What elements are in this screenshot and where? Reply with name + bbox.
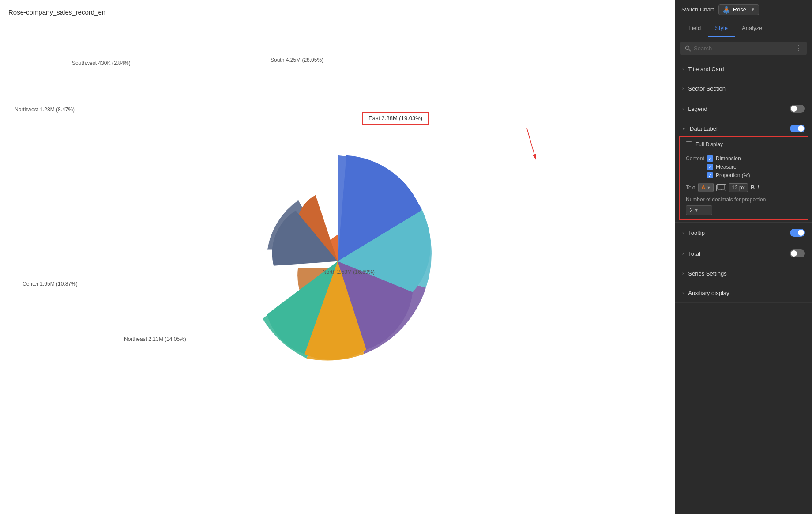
tooltip-label: Tooltip [688, 230, 790, 236]
section-series-settings[interactable]: › Series Settings [675, 264, 812, 283]
rose-chart [210, 133, 466, 391]
top-bar: Switch Chart Rose ▼ [675, 0, 812, 19]
section-legend[interactable]: › Legend [675, 98, 812, 119]
svg-point-3 [725, 6, 727, 9]
auxiliary-display-label: Auxiliary display [688, 290, 805, 296]
decimals-value: 2 [690, 207, 693, 213]
content-row: Content ✓ Dimension ✓ Measure ✓ Proporti… [680, 154, 808, 180]
decimals-dropdown-arrow: ▼ [695, 208, 699, 212]
font-size-display: 12 px [729, 183, 748, 192]
full-display-row: Full Display [680, 137, 808, 150]
svg-line-1 [527, 128, 536, 159]
text-label: Text [686, 185, 695, 191]
search-bar: ⋮ [680, 42, 807, 55]
data-label-panel: Full Display Content ✓ Dimension ✓ Measu… [679, 136, 808, 220]
label-south: South 4.25M (28.05%) [271, 57, 323, 63]
content-checkboxes: ✓ Dimension ✓ Measure ✓ Proportion (%) [707, 155, 750, 178]
decimals-select[interactable]: 2 ▼ [686, 205, 712, 215]
sector-label: Sector Section [688, 85, 805, 92]
tab-field[interactable]: Field [681, 19, 708, 37]
data-label-toggle[interactable] [790, 125, 805, 132]
legend-toggle[interactable] [790, 105, 805, 113]
label-north: North 2.53M (16.69%) [323, 269, 375, 275]
chart-type-name: Rose [733, 6, 746, 13]
tabs: Field Style Analyze [675, 19, 812, 37]
tooltip-toggle[interactable] [790, 229, 805, 237]
label-southwest: Southwest 430K (2.84%) [72, 60, 131, 66]
chevron-right-icon: › [682, 271, 684, 276]
measure-checkbox-row: ✓ Measure [707, 164, 750, 170]
label-northeast: Northeast 2.13M (14.05%) [124, 336, 186, 342]
chevron-right-icon: › [682, 251, 684, 256]
svg-point-7 [686, 46, 689, 49]
annotation-arrow [492, 124, 545, 177]
font-dropdown-arrow: ▼ [707, 185, 710, 190]
section-title-card[interactable]: › Title and Card [675, 60, 812, 79]
dimension-checkbox-row: ✓ Dimension [707, 155, 750, 162]
proportion-label: Proportion (%) [716, 172, 750, 178]
chevron-down-icon: ∨ [682, 126, 685, 131]
tab-style[interactable]: Style [708, 19, 735, 37]
decimals-label: Number of decimals for proportion [686, 197, 801, 203]
search-input[interactable] [694, 45, 793, 52]
data-label-label: Data Label [690, 125, 790, 132]
label-northwest: Northwest 1.28M (8.47%) [15, 106, 75, 113]
switch-chart-label: Switch Chart [681, 6, 714, 13]
svg-line-8 [689, 49, 691, 51]
proportion-checkbox-row: ✓ Proportion (%) [707, 172, 750, 178]
monitor-icon-svg [717, 185, 725, 190]
text-row: Text A ▼ 12 px B I [680, 180, 808, 195]
series-settings-label: Series Settings [688, 270, 805, 277]
chevron-right-icon: › [682, 67, 684, 72]
decimals-row: Number of decimals for proportion 2 ▼ [680, 195, 808, 219]
content-label: Content [686, 155, 704, 162]
chevron-right-icon: › [682, 106, 684, 111]
full-display-checkbox[interactable] [686, 141, 692, 147]
font-color-button[interactable]: A ▼ [698, 183, 714, 192]
tab-analyze[interactable]: Analyze [735, 19, 769, 37]
section-data-label[interactable]: ∨ Data Label [675, 119, 812, 136]
chart-title: Rose-company_sales_record_en [8, 8, 105, 16]
legend-label: Legend [688, 106, 790, 112]
full-display-label: Full Display [695, 141, 723, 147]
chart-type-dropdown-arrow: ▼ [751, 7, 755, 12]
section-tooltip[interactable]: › Tooltip [675, 223, 812, 243]
proportion-checkbox[interactable]: ✓ [707, 172, 713, 178]
measure-label: Measure [716, 164, 737, 170]
sidebar: Switch Chart Rose ▼ Field Style Analyze [675, 0, 812, 514]
title-card-label: Title and Card [688, 66, 805, 72]
total-label: Total [688, 250, 790, 257]
east-label-box: East 2.88M (19.03%) [362, 112, 429, 125]
italic-button[interactable]: I [757, 184, 759, 191]
chevron-right-icon: › [682, 231, 684, 235]
chart-area: Rose-company_sales_record_en [0, 0, 675, 514]
label-center: Center 1.65M (10.87%) [23, 281, 78, 287]
measure-checkbox[interactable]: ✓ [707, 164, 713, 170]
chevron-right-icon: › [682, 291, 684, 295]
dimension-label: Dimension [716, 155, 741, 162]
search-more-icon[interactable]: ⋮ [795, 44, 802, 53]
total-toggle[interactable] [790, 249, 805, 257]
chart-type-selector[interactable]: Rose ▼ [718, 4, 759, 15]
chevron-right-icon: › [682, 86, 684, 91]
svg-rect-9 [718, 185, 725, 189]
font-letter: A [701, 184, 705, 191]
font-background-button[interactable] [716, 184, 726, 191]
section-sector[interactable]: › Sector Section [675, 79, 812, 98]
search-icon [685, 45, 691, 52]
section-auxiliary-display[interactable]: › Auxiliary display [675, 283, 812, 303]
bold-button[interactable]: B [751, 184, 755, 191]
dimension-checkbox[interactable]: ✓ [707, 155, 713, 162]
rose-chart-icon [722, 6, 730, 14]
section-total[interactable]: › Total [675, 243, 812, 264]
